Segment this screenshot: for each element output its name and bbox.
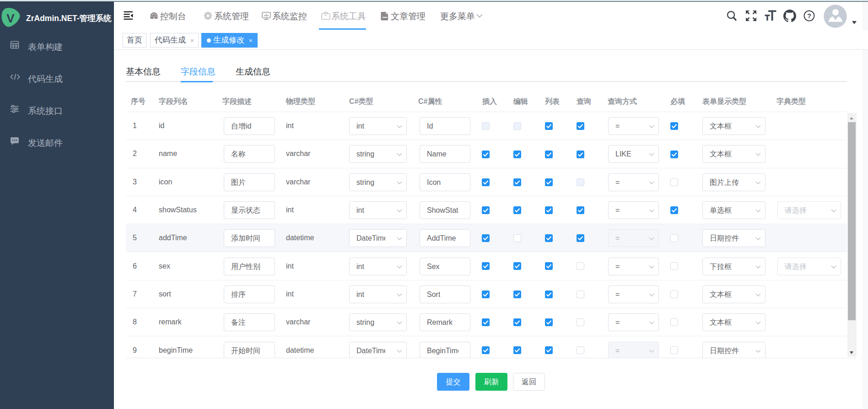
- svg-text:?: ?: [807, 12, 811, 20]
- svg-text:V: V: [6, 11, 15, 25]
